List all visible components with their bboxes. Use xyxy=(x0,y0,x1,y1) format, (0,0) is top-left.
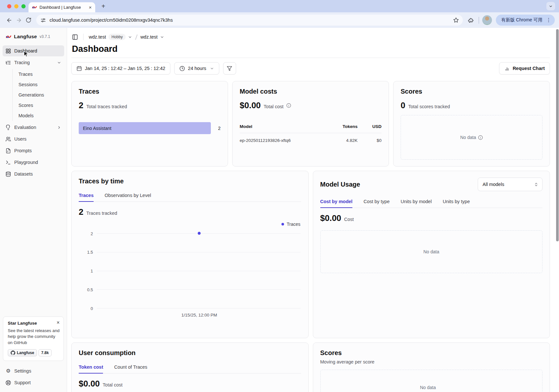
y-tick-label: 1 xyxy=(91,269,93,273)
tab-units-by-model[interactable]: Units by model xyxy=(401,199,432,208)
extensions-button[interactable] xyxy=(466,15,475,25)
browser-menu-icon[interactable]: ⋮ xyxy=(546,17,551,23)
scores-total-value: 0 xyxy=(401,100,405,110)
no-data-box: No data xyxy=(320,230,543,273)
sidebar-item-scores[interactable]: Scores xyxy=(13,100,64,110)
project-name[interactable]: wdz.test xyxy=(140,34,157,40)
profile-avatar[interactable] xyxy=(482,15,492,25)
chevron-down-icon[interactable] xyxy=(160,35,164,39)
model-costs-card: Model costs $0.00 Total cost Model Token… xyxy=(232,81,389,167)
no-data-box: No data xyxy=(320,370,543,392)
sidebar-item-label: Playground xyxy=(14,160,38,165)
sidebar-item-tracing[interactable]: Tracing xyxy=(3,57,64,68)
org-name[interactable]: wdz.test xyxy=(89,34,106,40)
bookmark-star-icon[interactable] xyxy=(453,17,459,23)
sidebar-item-users[interactable]: Users xyxy=(3,133,64,144)
forward-button[interactable] xyxy=(14,15,24,25)
sidebar-item-traces[interactable]: Traces xyxy=(13,69,64,79)
sidebar-item-generations[interactable]: Generations xyxy=(13,90,64,100)
breadcrumb-divider xyxy=(83,34,84,40)
y-tick-label: 2 xyxy=(91,231,93,236)
sidebar-item-dashboard[interactable]: Dashboard xyxy=(3,45,64,56)
model-usage-tabs: Cost by model Cost by type Units by mode… xyxy=(320,199,543,208)
card-title: Scores xyxy=(320,349,543,357)
sidebar-toggle-button[interactable] xyxy=(71,33,79,41)
gridline: 1 xyxy=(97,271,301,271)
github-icon xyxy=(11,351,15,355)
card-subtitle: Moving average per score xyxy=(320,359,543,364)
sidebar-item-label: Settings xyxy=(14,368,31,374)
tab-observations-by-level[interactable]: Observations by Level xyxy=(105,193,151,202)
brand-row: Langfuse v3.7.1 xyxy=(0,32,67,45)
cell-tokens: 4.82K xyxy=(328,138,358,143)
browser-tab[interactable]: Dashboard | Langfuse × xyxy=(29,2,95,12)
sidebar-item-support[interactable]: Support xyxy=(3,377,64,388)
reload-button[interactable] xyxy=(24,15,33,25)
model-filter-select[interactable]: All models xyxy=(478,178,542,191)
tab-search-button[interactable] xyxy=(546,2,555,10)
url-text[interactable]: cloud.langfuse.com/project/cm50idm0208mx… xyxy=(50,17,450,23)
traces-bar-label: Eino Assistant xyxy=(83,126,111,131)
close-icon[interactable]: × xyxy=(57,321,60,325)
star-langfuse-card: Star Langfuse × See the latest releases … xyxy=(3,317,64,361)
sidebar-item-playground[interactable]: Playground xyxy=(3,157,64,168)
filter-button[interactable] xyxy=(223,62,236,75)
sidebar-item-evaluation[interactable]: Evaluation xyxy=(3,122,64,133)
langfuse-favicon xyxy=(32,5,37,10)
card-title: Scores xyxy=(401,88,542,95)
traces-tracked-value: 2 xyxy=(79,207,83,217)
tab-token-cost[interactable]: Token cost xyxy=(79,364,103,373)
traces-card: Traces 2 Total traces tracked Eino Assis… xyxy=(71,81,228,167)
lightbulb-icon xyxy=(6,125,11,130)
data-point xyxy=(198,232,201,235)
table-row: ep-20250112193826-xftq6 4.82K $0 xyxy=(240,133,382,143)
back-button[interactable] xyxy=(4,15,14,25)
tracing-subnav: Traces Sessions Generations Scores Model… xyxy=(12,69,64,121)
new-tab-button[interactable]: + xyxy=(99,2,108,10)
y-tick-label: 1.5 xyxy=(87,250,93,255)
minimize-window-button[interactable] xyxy=(14,4,18,8)
request-chart-button[interactable]: Request Chart xyxy=(499,62,550,75)
chevron-down-icon[interactable] xyxy=(128,35,132,39)
cards-row-3: User consumption Token cost Count of Tra… xyxy=(71,342,550,392)
date-range-button[interactable]: Jan 14, 25 : 12:42 – Jan 15, 25 : 12:42 xyxy=(71,62,170,75)
brand-name: Langfuse xyxy=(14,34,37,40)
layout-grid-icon xyxy=(6,48,11,54)
sidebar-item-settings[interactable]: ⚙ Settings xyxy=(3,365,64,376)
sidebar-item-label: Users xyxy=(14,136,27,142)
tab-close-icon[interactable]: × xyxy=(88,5,92,10)
sidebar-item-datasets[interactable]: Datasets xyxy=(3,168,64,179)
breadcrumb: wdz.test Hobby wdz.test xyxy=(71,32,550,41)
sidebar-item-prompts[interactable]: Prompts xyxy=(3,145,64,156)
address-bar[interactable]: cloud.langfuse.com/project/cm50idm0208mx… xyxy=(36,15,463,26)
site-info-icon[interactable] xyxy=(40,17,46,23)
chevron-down-icon xyxy=(57,61,61,65)
tab-cost-by-type[interactable]: Cost by type xyxy=(363,199,390,208)
github-repo-badge[interactable]: Langfuse xyxy=(8,349,37,356)
scores-over-time-card: Scores Moving average per score No data xyxy=(313,342,550,392)
sidebar-item-label: Dashboard xyxy=(14,48,37,53)
info-icon xyxy=(286,103,291,108)
filter-bar: Jan 14, 25 : 12:42 – Jan 15, 25 : 12:42 … xyxy=(71,62,550,75)
tab-cost-by-model[interactable]: Cost by model xyxy=(320,199,353,208)
date-range-label: Jan 14, 25 : 12:42 – Jan 15, 25 : 12:42 xyxy=(85,66,165,71)
tab-count-of-traces[interactable]: Count of Traces xyxy=(114,364,147,373)
chrome-update-button[interactable]: 有新版 Chrome 可用 ⋮ xyxy=(496,15,555,26)
sidebar-item-label: Datasets xyxy=(14,171,33,177)
no-data-label: No data xyxy=(420,385,436,390)
zoom-window-button[interactable] xyxy=(21,4,26,8)
sidebar-item-models[interactable]: Models xyxy=(13,110,64,121)
sidebar-item-sessions[interactable]: Sessions xyxy=(13,79,64,90)
sidebar: Langfuse v3.7.1 Dashboard Tracing xyxy=(0,28,67,392)
model-usage-cost-label: Cost xyxy=(344,217,354,222)
close-window-button[interactable] xyxy=(7,4,11,8)
sidebar-item-label: Evaluation xyxy=(14,125,36,130)
legend-dot xyxy=(281,223,284,225)
github-stars-count[interactable]: 7.8k xyxy=(39,349,51,356)
tab-units-by-type[interactable]: Units by type xyxy=(443,199,470,208)
scrollbar-thumb[interactable] xyxy=(556,29,559,241)
user-consumption-card: User consumption Token cost Count of Tra… xyxy=(71,342,309,392)
scores-total-label: Total scores tracked xyxy=(408,104,450,109)
time-window-button[interactable]: 24 hours xyxy=(174,62,219,75)
tab-traces[interactable]: Traces xyxy=(79,193,94,202)
